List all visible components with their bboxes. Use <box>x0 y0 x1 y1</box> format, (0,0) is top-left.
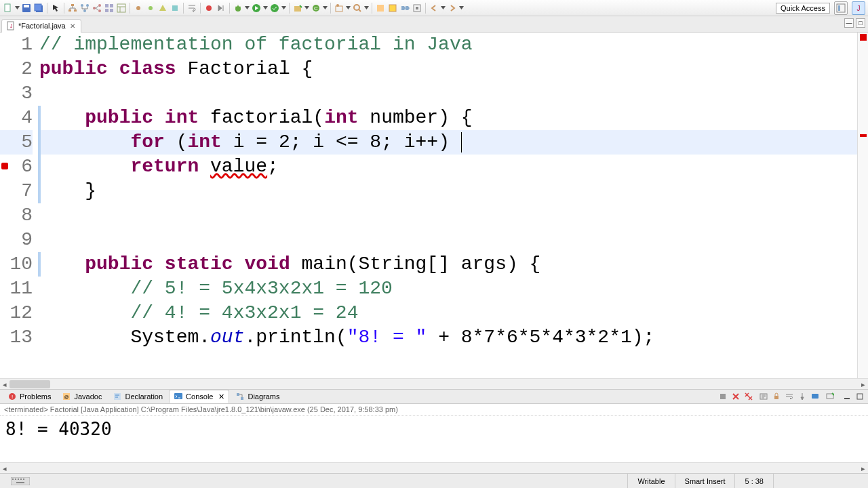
back-icon[interactable] <box>429 3 439 14</box>
code-line[interactable] <box>38 203 857 228</box>
code-editor[interactable]: 12345678910111213 // implementation of f… <box>0 33 868 378</box>
java-perspective-icon[interactable]: J <box>852 1 865 15</box>
search-dropdown-icon[interactable] <box>364 3 369 14</box>
close-view-icon[interactable]: ✕ <box>218 392 224 401</box>
clear-console-icon[interactable] <box>758 391 769 402</box>
code-line[interactable]: // implementation of factorial in Java <box>38 33 857 57</box>
console-horizontal-scrollbar[interactable]: ◂ ▸ <box>0 462 868 473</box>
nodes-icon[interactable] <box>92 3 102 14</box>
scroll-left-icon[interactable]: ◂ <box>0 379 9 390</box>
open-type-dropdown-icon[interactable] <box>346 3 351 14</box>
grid-icon[interactable] <box>104 3 115 14</box>
minimize-view-icon[interactable] <box>842 391 852 402</box>
code-area[interactable]: // implementation of factorial in Javapu… <box>38 33 857 378</box>
code-line[interactable]: public static void main(String[] args) { <box>38 252 857 277</box>
new-package-dropdown-icon[interactable] <box>304 3 309 14</box>
square-icon[interactable] <box>170 3 180 14</box>
dot2-icon[interactable] <box>145 3 156 14</box>
minimize-editor-icon[interactable]: ― <box>844 18 854 28</box>
new-class-icon[interactable]: C <box>311 3 321 14</box>
run-dropdown-icon[interactable] <box>263 3 268 14</box>
toggle-block-icon[interactable] <box>412 3 422 14</box>
close-tab-icon[interactable]: ✕ <box>68 22 77 30</box>
view-tab-javadoc[interactable]: @Javadoc <box>57 390 106 403</box>
back-dropdown-icon[interactable] <box>441 3 446 14</box>
svg-text:@: @ <box>64 394 69 399</box>
open-type-icon[interactable] <box>334 3 344 14</box>
terminate-icon[interactable] <box>717 391 728 402</box>
save-all-icon[interactable] <box>33 3 44 14</box>
new-icon[interactable] <box>3 3 14 14</box>
save-icon[interactable] <box>21 3 32 14</box>
overview-error-square-icon <box>860 34 867 41</box>
forward-dropdown-icon[interactable] <box>459 3 464 14</box>
hierarchy-icon[interactable] <box>67 3 78 14</box>
view-tab-problems[interactable]: !Problems <box>3 390 56 403</box>
scroll-right-icon[interactable]: ▸ <box>859 379 868 390</box>
word-wrap-icon[interactable] <box>784 391 795 402</box>
code-line[interactable]: } <box>38 179 857 203</box>
overview-error-marker-icon[interactable] <box>860 134 867 137</box>
open-task-icon[interactable] <box>375 3 386 14</box>
layout-icon[interactable] <box>116 3 127 14</box>
coverage-icon[interactable] <box>269 3 280 14</box>
code-line[interactable]: public class Factorial { <box>38 57 857 81</box>
editor-tab-bar: J *Factorial.java ✕ ― □ <box>0 16 868 33</box>
svg-rect-57 <box>18 479 19 480</box>
scroll-lock-icon[interactable] <box>771 391 782 402</box>
toggle-mark-icon[interactable] <box>387 3 398 14</box>
triangle-icon[interactable] <box>157 3 168 14</box>
tree-icon[interactable] <box>79 3 90 14</box>
debug-icon[interactable] <box>233 3 243 14</box>
remove-launch-icon[interactable] <box>730 391 741 402</box>
svg-rect-29 <box>336 6 342 12</box>
view-tab-console[interactable]: Console✕ <box>169 390 229 403</box>
maximize-view-icon[interactable] <box>854 391 865 402</box>
code-line[interactable]: // 4! = 4x3x2x1 = 24 <box>38 301 857 325</box>
toggle-breadcrumb-icon[interactable] <box>399 3 410 14</box>
pin-console-icon[interactable] <box>797 391 808 402</box>
svg-rect-53 <box>857 394 863 399</box>
coverage-dropdown-icon[interactable] <box>281 3 286 14</box>
scroll-right-icon[interactable]: ▸ <box>859 463 868 474</box>
error-marker-icon[interactable] <box>1 163 8 169</box>
console-output[interactable]: 8! = 40320 <box>0 416 868 462</box>
scroll-thumb[interactable] <box>9 380 50 388</box>
new-dropdown-icon[interactable] <box>15 3 20 14</box>
pointer-icon[interactable] <box>50 3 61 14</box>
run-icon[interactable] <box>251 3 262 14</box>
svg-point-22 <box>206 5 212 11</box>
keyboard-icon[interactable] <box>0 477 41 485</box>
code-line[interactable]: for (int i = 2; i <= 8; i++) <box>38 130 857 155</box>
main-toolbar: C Quick Access J <box>0 0 868 16</box>
open-perspective-icon[interactable] <box>834 1 848 15</box>
editor-horizontal-scrollbar[interactable]: ◂ ▸ <box>0 378 868 389</box>
code-line[interactable]: // 5! = 5x4x3x2x1 = 120 <box>38 277 857 301</box>
debug-dropdown-icon[interactable] <box>245 3 250 14</box>
overview-ruler[interactable] <box>857 33 868 378</box>
display-console-icon[interactable] <box>810 391 821 402</box>
code-line[interactable] <box>38 81 857 106</box>
search-icon[interactable] <box>352 3 363 14</box>
open-console-icon[interactable] <box>825 391 835 402</box>
code-line[interactable]: System.out.println("8! = " + 8*7*6*5*4*3… <box>38 325 857 350</box>
view-tab-declaration[interactable]: Declaration <box>108 390 167 403</box>
maximize-editor-icon[interactable]: □ <box>856 18 865 28</box>
code-line[interactable]: public int factorial(int number) { <box>38 106 857 130</box>
editor-tab-factorial[interactable]: J *Factorial.java ✕ <box>1 19 81 33</box>
view-tab-diagrams[interactable]: Diagrams <box>231 390 284 403</box>
svg-rect-36 <box>838 5 840 11</box>
quick-access-input[interactable]: Quick Access <box>776 3 830 14</box>
new-package-icon[interactable] <box>292 3 303 14</box>
wrap-icon[interactable] <box>186 3 197 14</box>
scroll-left-icon[interactable]: ◂ <box>0 463 9 474</box>
code-line[interactable] <box>38 228 857 252</box>
new-class-dropdown-icon[interactable] <box>323 3 328 14</box>
forward-icon[interactable] <box>447 3 458 14</box>
code-line[interactable]: return value; <box>38 155 857 179</box>
dot1-icon[interactable] <box>133 3 144 14</box>
svg-rect-16 <box>105 9 108 12</box>
stop-dot-icon[interactable] <box>203 3 214 14</box>
skip-icon[interactable] <box>216 3 226 14</box>
remove-all-icon[interactable] <box>743 391 754 402</box>
